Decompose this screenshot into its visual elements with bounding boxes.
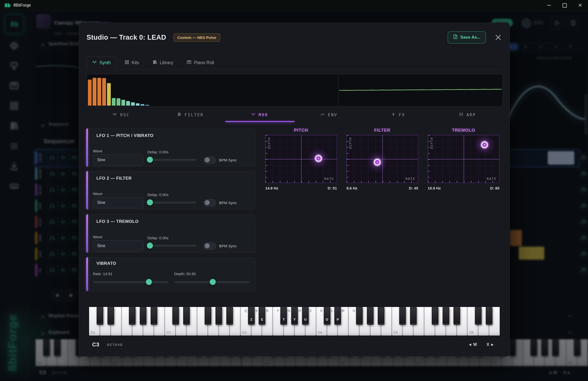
black-key-Cs1[interactable] <box>97 307 103 325</box>
wave-label: Wave <box>93 192 102 196</box>
spectrum-bar <box>112 98 116 106</box>
wave-select[interactable]: Sine <box>93 154 143 165</box>
subtab-mod[interactable]: MOD <box>225 110 295 122</box>
octave-down-button[interactable]: ◄ W <box>468 342 477 347</box>
black-key-Cs5[interactable] <box>399 307 406 325</box>
lfo-title: LFO 3 — TREMOLO <box>96 219 139 224</box>
black-key-Fs5[interactable] <box>432 307 438 325</box>
slider-knob[interactable] <box>210 279 216 285</box>
black-key-As4[interactable] <box>378 307 384 325</box>
black-key-Gs3[interactable]: Y <box>291 307 298 325</box>
black-key-Ds2[interactable] <box>183 307 190 325</box>
black-key-Fs2[interactable] <box>205 307 211 325</box>
black-key-Ds6[interactable] <box>486 307 492 325</box>
subtab-osc[interactable]: OSC <box>87 110 156 122</box>
x-ticks <box>428 181 499 183</box>
pad-surface[interactable]: DEPTHRATE <box>346 135 418 183</box>
subtab-fx[interactable]: FX <box>364 110 433 122</box>
y-ticks <box>428 135 430 183</box>
pad-handle[interactable] <box>374 159 381 165</box>
spectrum-bar <box>141 104 144 106</box>
delay-slider[interactable] <box>147 201 197 204</box>
spectrum-bar <box>102 78 106 106</box>
wave-select[interactable]: Sine <box>93 197 143 208</box>
tab-library[interactable]: Library <box>147 56 179 69</box>
pad-surface[interactable]: DEPTHRATE <box>428 135 499 183</box>
black-key-Fs3[interactable]: T <box>280 307 287 325</box>
octave-label: C1 <box>91 330 95 334</box>
pad-handle[interactable] <box>315 155 322 162</box>
black-key-Gs1[interactable] <box>140 307 146 325</box>
lfo-panel-1: LFO 1 — PITCH / VIBRATOWaveSineDelay: 0.… <box>87 128 256 167</box>
black-key-Fs4[interactable] <box>356 307 363 325</box>
black-key-As5[interactable] <box>453 307 460 325</box>
pad-handle[interactable] <box>481 141 488 148</box>
spectrum-bars <box>88 76 149 106</box>
black-key-Cs4[interactable]: O <box>324 307 330 325</box>
maximize-button[interactable] <box>561 2 568 9</box>
pad-x-label: RATE <box>406 177 415 181</box>
bpm-sync-toggle[interactable] <box>203 199 216 207</box>
key-letter: O <box>324 318 330 321</box>
spectrum-bar <box>88 80 92 106</box>
key-letter: Y <box>291 318 298 321</box>
wave-select[interactable]: Sine <box>93 240 143 251</box>
panel-accent <box>86 128 88 167</box>
delay-slider[interactable] <box>147 158 197 161</box>
subtab-arp[interactable]: ARP <box>433 110 502 122</box>
black-key-Fs1[interactable] <box>129 307 136 325</box>
app-window: 8b 8BitForge ✕ 8b 8bitForge Canopy Whisp… <box>0 0 588 381</box>
xy-pad-filter: FILTERDEPTHRATE8.6 HzD: 45 <box>346 128 418 190</box>
black-key-Cs6[interactable] <box>475 307 482 325</box>
slider-knob[interactable] <box>147 157 153 163</box>
black-key-Gs2[interactable] <box>216 307 222 325</box>
slider-knob[interactable] <box>147 243 153 249</box>
black-key-Ds5[interactable] <box>410 307 417 325</box>
octave-label: C2 <box>167 330 171 334</box>
minimize-button[interactable] <box>546 2 552 9</box>
modal-footer: C3 OCTAVE ◄ W X ► <box>92 339 494 350</box>
spectrum-bar <box>93 78 96 106</box>
black-key-As3[interactable]: U <box>302 307 309 325</box>
lfo-panel-3: LFO 3 — TREMOLOWaveSineDelay: 0.00sBPM S… <box>87 214 256 253</box>
close-icon[interactable] <box>494 34 502 41</box>
black-key-Ds1[interactable] <box>108 307 114 325</box>
pad-surface[interactable]: DEPTHRATE <box>265 135 337 183</box>
tab-kits[interactable]: Kits <box>119 56 145 69</box>
black-key-Cs2[interactable] <box>172 307 179 325</box>
black-key-As2[interactable] <box>226 307 233 325</box>
vibrato-rate-label: Rate: 14.91 <box>93 272 113 276</box>
delay-slider[interactable] <box>147 244 197 247</box>
xy-pads: PITCHDEPTHRATE14.9 HzD: 51FILTERDEPTHRAT… <box>265 128 499 190</box>
black-key-Ds3[interactable]: E <box>259 307 265 325</box>
spectrum-bar <box>145 105 149 106</box>
app-title: 8BitForge <box>13 3 31 8</box>
black-key-Ds4[interactable]: P <box>334 307 341 325</box>
slider-knob[interactable] <box>147 199 153 205</box>
black-key-Gs4[interactable] <box>367 307 373 325</box>
tab-piano-roll[interactable]: Piano Roll <box>181 56 220 69</box>
x-ticks <box>347 181 418 183</box>
subtab-filter[interactable]: FILTER <box>156 110 225 122</box>
vibrato-depth-slider[interactable] <box>174 281 250 283</box>
close-window-button[interactable]: ✕ <box>577 2 583 9</box>
bolt-icon <box>391 112 396 117</box>
delay-label: Delay: 0.00s <box>147 193 168 197</box>
black-key-Gs5[interactable] <box>443 307 449 325</box>
save-as-button[interactable]: Save As... <box>448 31 486 43</box>
pad-rate-value: 8.6 Hz <box>346 186 357 190</box>
black-key-Cs3[interactable]: Z <box>248 307 255 325</box>
subtab-env[interactable]: ENV <box>295 110 364 122</box>
key-letter: U <box>302 318 308 321</box>
pad-depth-value: D: 45 <box>409 186 418 190</box>
bpm-sync-toggle[interactable] <box>203 156 216 164</box>
pad-rate-value: 14.9 Hz <box>265 186 278 190</box>
black-key-As1[interactable] <box>151 307 157 325</box>
octave-up-button[interactable]: X ► <box>487 342 494 347</box>
octave-label: C6 <box>469 330 473 334</box>
wave-icon <box>92 60 97 66</box>
bpm-sync-toggle[interactable] <box>203 242 216 250</box>
slider-knob[interactable] <box>146 279 152 285</box>
vibrato-rate-slider[interactable] <box>93 281 169 283</box>
tab-synth[interactable]: Synth <box>87 56 117 69</box>
